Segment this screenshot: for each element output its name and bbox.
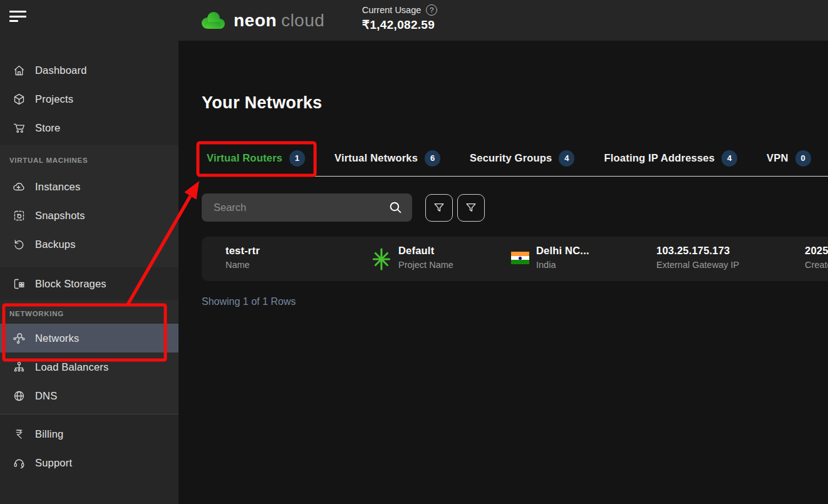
project-name: Default xyxy=(398,245,453,257)
cloud-logo-icon xyxy=(199,10,228,31)
sidebar-item-load-balancers[interactable]: Load Balancers xyxy=(0,352,179,381)
router-name: test-rtr xyxy=(225,245,260,257)
main-content: Your Networks Virtual Routers 1 Virtual … xyxy=(179,41,828,504)
cart-icon xyxy=(11,120,26,135)
tab-label: Security Groups xyxy=(470,152,552,164)
snapshot-camera-icon xyxy=(11,208,26,223)
tab-floating-ip-addresses[interactable]: Floating IP Addresses 4 xyxy=(604,150,737,167)
usage-label: Current Usage xyxy=(362,5,421,15)
brand-logo[interactable]: neon cloud xyxy=(199,6,324,35)
sidebar-section-virtual-machines: VIRTUAL MACHINES Instances Snapshots Bac… xyxy=(0,145,179,267)
sidebar-item-billing[interactable]: Billing xyxy=(0,419,179,448)
current-usage: Current Usage ? ₹1,42,082.59 xyxy=(362,4,437,32)
sidebar-item-label: Support xyxy=(35,457,72,469)
home-icon xyxy=(11,63,26,78)
sidebar-item-label: Networks xyxy=(35,332,79,344)
search-box xyxy=(202,193,412,222)
sidebar-item-dns[interactable]: DNS xyxy=(0,381,179,410)
funnel-icon xyxy=(464,201,478,215)
sidebar-item-label: Projects xyxy=(35,93,73,105)
cell-gateway-ip: 103.25.175.173 External Gateway IP xyxy=(656,245,739,270)
tab-label: Floating IP Addresses xyxy=(604,152,715,164)
page-title: Your Networks xyxy=(202,93,322,113)
search-input[interactable] xyxy=(202,193,412,222)
help-icon[interactable]: ? xyxy=(426,4,437,16)
cell-project: Default Project Name xyxy=(398,245,453,270)
tab-vpn[interactable]: VPN 0 xyxy=(767,150,811,167)
globe-icon xyxy=(11,388,26,403)
headset-icon xyxy=(11,455,26,470)
filter-button-1[interactable] xyxy=(425,194,453,222)
created-date: 2025- xyxy=(805,245,828,257)
tab-count-badge: 4 xyxy=(722,150,737,167)
tab-security-groups[interactable]: Security Groups 4 xyxy=(470,150,574,167)
tab-count-badge: 4 xyxy=(559,150,574,167)
cell-location: Delhi NC... India xyxy=(536,245,589,270)
tab-label: Virtual Networks xyxy=(334,152,418,164)
sidebar-item-label: Dashboard xyxy=(35,64,87,76)
project-name-label: Project Name xyxy=(398,260,453,270)
cell-created: 2025- Created At xyxy=(805,245,828,270)
india-flag-icon xyxy=(511,252,529,264)
filter-button-2[interactable] xyxy=(457,194,485,222)
sidebar-section-general: Dashboard Projects Store xyxy=(0,41,179,145)
cube-icon xyxy=(11,91,26,106)
brand-name: neon xyxy=(234,11,277,31)
restore-arrow-icon xyxy=(11,237,26,252)
created-label: Created At xyxy=(805,260,828,270)
sidebar-item-label: Instances xyxy=(35,181,80,193)
sidebar-item-dashboard[interactable]: Dashboard xyxy=(0,56,179,85)
sidebar-item-instances[interactable]: Instances xyxy=(0,172,179,201)
sidebar-item-store[interactable]: Store xyxy=(0,113,179,142)
router-name-label: Name xyxy=(225,260,260,270)
rows-count-text: Showing 1 of 1 Rows xyxy=(202,296,296,307)
asterisk-icon xyxy=(371,247,392,274)
sidebar-item-label: Snapshots xyxy=(35,210,85,222)
rupee-icon xyxy=(11,426,26,441)
gateway-ip-label: External Gateway IP xyxy=(656,260,739,270)
tab-bar: Virtual Routers 1 Virtual Networks 6 Sec… xyxy=(202,140,828,177)
block-storage-icon xyxy=(11,276,26,291)
tab-label: VPN xyxy=(767,152,789,164)
search-icon[interactable] xyxy=(388,200,403,218)
sidebar-item-block-storages[interactable]: Block Storages xyxy=(0,269,179,298)
sidebar-item-support[interactable]: Support xyxy=(0,448,179,477)
tab-virtual-networks[interactable]: Virtual Networks 6 xyxy=(334,150,440,167)
location-name: Delhi NC... xyxy=(536,245,589,257)
tab-virtual-routers[interactable]: Virtual Routers 1 xyxy=(207,150,305,167)
sidebar-item-snapshots[interactable]: Snapshots xyxy=(0,201,179,230)
tab-count-badge: 1 xyxy=(289,150,305,167)
sidebar-section-networking: NETWORKING Networks Load Balancers DNS xyxy=(0,300,179,414)
sidebar-item-label: DNS xyxy=(35,390,57,402)
topbar: neon cloud Current Usage ? ₹1,42,082.59 xyxy=(0,0,828,41)
sidebar-item-networks[interactable]: Networks xyxy=(0,324,179,352)
sidebar-item-label: Block Storages xyxy=(35,278,106,290)
sidebar: Dashboard Projects Store VIRTUAL MACHINE… xyxy=(0,41,179,504)
sidebar-item-backups[interactable]: Backups xyxy=(0,230,179,259)
table-controls xyxy=(202,193,485,222)
router-row[interactable]: test-rtr Name Default Project Name Delhi… xyxy=(202,237,828,281)
section-label: VIRTUAL MACHINES xyxy=(0,154,179,167)
tab-label: Virtual Routers xyxy=(207,152,282,164)
sidebar-item-label: Load Balancers xyxy=(35,361,108,373)
hamburger-menu-icon[interactable] xyxy=(9,11,27,24)
brand-suffix: cloud xyxy=(281,11,324,31)
sidebar-section-storage: Block Storages xyxy=(0,267,179,300)
load-balancer-icon xyxy=(11,359,26,374)
cell-name: test-rtr Name xyxy=(225,245,260,270)
tab-count-badge: 0 xyxy=(795,150,811,167)
tab-count-badge: 6 xyxy=(425,150,440,167)
section-label: NETWORKING xyxy=(0,307,179,320)
sidebar-item-label: Backups xyxy=(35,239,76,250)
network-nodes-icon xyxy=(11,331,26,346)
cloud-plus-icon xyxy=(11,179,26,194)
location-country: India xyxy=(536,260,589,270)
gateway-ip: 103.25.175.173 xyxy=(656,245,739,257)
usage-value: ₹1,42,082.59 xyxy=(362,18,437,32)
sidebar-section-account: Billing Support xyxy=(0,414,179,477)
sidebar-item-label: Store xyxy=(35,122,60,134)
sidebar-item-projects[interactable]: Projects xyxy=(0,85,179,113)
funnel-icon xyxy=(432,201,446,215)
sidebar-item-label: Billing xyxy=(35,428,63,440)
